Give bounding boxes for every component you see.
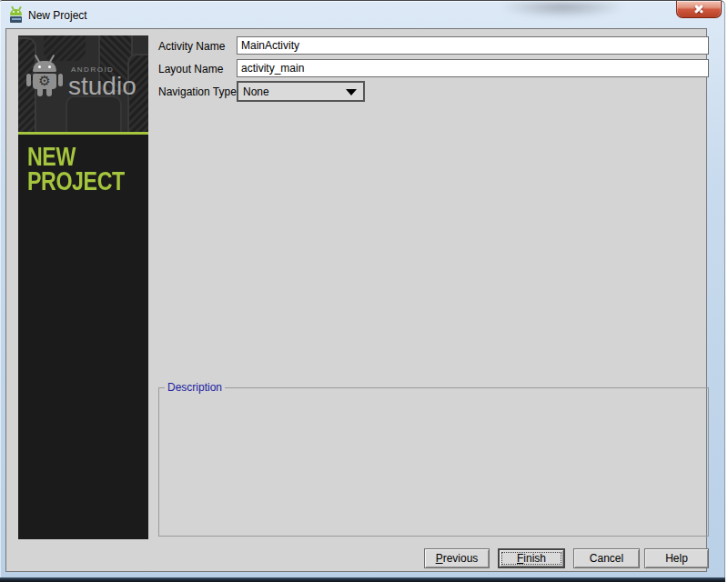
window-title: New Project — [28, 9, 87, 22]
new-project-window: New Project — [0, 0, 725, 582]
wizard-step-title: NEW PROJECT — [27, 145, 125, 194]
android-robot-gear-icon: ⚙ — [29, 54, 60, 101]
robot-body: ⚙ — [33, 74, 56, 89]
cancel-button-label: Cancel — [590, 552, 623, 565]
android-studio-logo-panel: ⚙ ANDROID studio — [18, 35, 148, 132]
icon-robot-head — [10, 9, 22, 15]
previous-button-label: Previous — [436, 552, 479, 565]
robot-head — [33, 61, 56, 72]
titlebar-glass-smudge — [499, 2, 626, 18]
wizard-sidebar: ⚙ ANDROID studio NEW PROJECT — [18, 35, 148, 539]
close-button[interactable] — [676, 1, 722, 18]
wizard-step-title-line2: PROJECT — [27, 169, 125, 194]
finish-button[interactable]: Finish — [498, 548, 565, 568]
finish-button-label: Finish — [517, 552, 546, 565]
robot-arm — [58, 74, 63, 86]
screenshot-root: New Project — [0, 0, 728, 582]
pattern-shape — [66, 95, 122, 132]
activity-name-label: Activity Name — [158, 40, 225, 53]
robot-arm — [26, 74, 31, 86]
icon-robot-eye — [13, 11, 15, 13]
previous-button[interactable]: Previous — [424, 548, 490, 568]
icon-robot-body — [10, 16, 22, 23]
activity-name-input[interactable] — [237, 36, 709, 55]
dialog-client-area: ⚙ ANDROID studio NEW PROJECT — [5, 28, 707, 572]
description-group-box: Description — [158, 387, 709, 537]
robot-leg — [37, 89, 43, 96]
help-button-label: Help — [665, 552, 688, 565]
navigation-type-selected-value: None — [243, 85, 269, 98]
description-legend: Description — [165, 381, 225, 394]
layout-name-label: Layout Name — [158, 63, 223, 75]
caret-down-icon — [346, 89, 357, 95]
navigation-type-dropdown[interactable]: None — [237, 81, 365, 102]
wizard-step-title-line1: NEW — [27, 145, 125, 169]
robot-eye — [48, 65, 51, 68]
navigation-type-label: Navigation Type — [158, 85, 237, 98]
help-button[interactable]: Help — [644, 548, 709, 568]
robot-eye — [38, 65, 41, 68]
icon-robot-eye — [17, 11, 19, 13]
brand-studio-label: studio — [68, 72, 136, 101]
robot-leg — [46, 89, 52, 96]
cancel-button[interactable]: Cancel — [573, 548, 640, 568]
window-bottom-border — [0, 577, 725, 582]
title-bar[interactable]: New Project — [0, 2, 725, 28]
layout-name-input[interactable] — [237, 59, 709, 77]
sidebar-heading-panel: NEW PROJECT — [18, 135, 148, 539]
gear-icon: ⚙ — [38, 75, 50, 88]
android-robot-icon — [8, 7, 24, 23]
